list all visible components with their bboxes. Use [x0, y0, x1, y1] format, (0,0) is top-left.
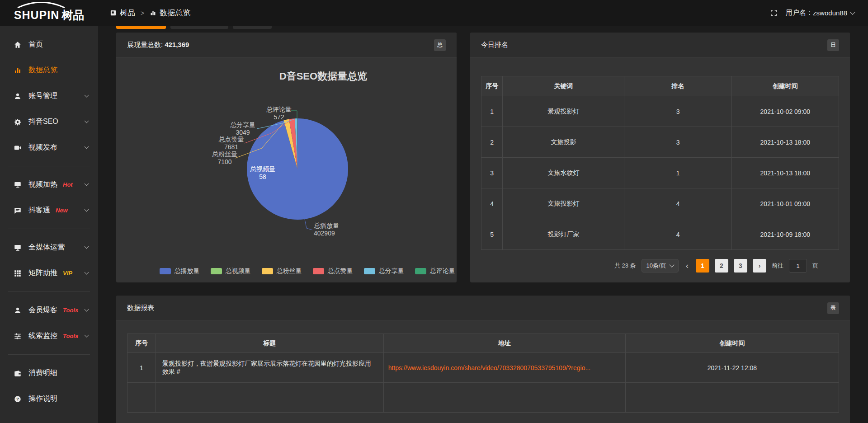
sidebar-item-account[interactable]: 账号管理: [0, 83, 98, 109]
table-cell: [156, 383, 383, 413]
pie-label-name: 总粉丝量: [204, 150, 245, 158]
username-block[interactable]: 用户名：zswodun88: [786, 9, 854, 17]
table-row: [127, 383, 839, 413]
table-row: 1景观投影灯32021-10-02 09:00: [481, 96, 839, 127]
sidebar-item-label: 账号管理: [28, 91, 57, 101]
sidebar-item-video-heat[interactable]: 视频加热Hot: [0, 172, 98, 197]
chevron-down-icon: [85, 270, 89, 275]
sidebar-item-badge: Tools: [63, 333, 78, 339]
breadcrumb-separator: >: [141, 9, 144, 17]
page-button-2[interactable]: 2: [715, 259, 728, 273]
sidebar-item-douketong[interactable]: 抖客通New: [0, 197, 98, 223]
column-header: 标题: [156, 334, 383, 353]
sidebar-item-badge: Tools: [63, 307, 78, 314]
legend-item-4[interactable]: 总分享量: [364, 267, 404, 275]
sidebar-item-media-operation[interactable]: 全媒体运营: [0, 235, 98, 260]
prev-page-button[interactable]: ‹: [684, 259, 690, 273]
breadcrumb-label: 数据总览: [160, 8, 190, 18]
sidebar-item-label: 数据总览: [28, 66, 57, 75]
legend-chip: [313, 268, 324, 274]
breadcrumb-item-data-overview[interactable]: 数据总览: [150, 8, 190, 18]
legend-label: 总视频量: [226, 267, 251, 275]
table-cell: 2021-10-01 09:00: [731, 188, 839, 219]
sidebar-item-member[interactable]: 会员爆客Tools: [0, 297, 98, 323]
legend-item-5[interactable]: 总评论量: [415, 267, 455, 275]
sidebar-item-label: 抖客通: [28, 206, 50, 215]
logo-text-cn: 树品: [61, 8, 84, 23]
sidebar-item-label: 会员爆客: [28, 306, 57, 315]
rank-table: 序号关键词排名创建时间1景观投影灯32021-10-02 09:002文旅投影3…: [481, 76, 839, 250]
chevron-down-icon: [850, 9, 855, 14]
sidebar-item-matrix-boost[interactable]: 矩阵助推VIP: [0, 260, 98, 286]
legend-item-2[interactable]: 总粉丝量: [262, 267, 302, 275]
video-link[interactable]: https://www.iesdouyin.com/share/video/70…: [388, 364, 621, 371]
user-area: 用户名：zswodun88: [770, 9, 868, 17]
pie-label-0: 总播放量402909: [314, 222, 354, 237]
page-size-value: 10条/页: [646, 262, 666, 270]
legend-chip: [262, 268, 273, 274]
sidebar-item-label: 视频加热: [28, 180, 57, 189]
sidebar-item-douyin-seo[interactable]: 抖音SEO: [0, 109, 98, 135]
douketong-icon: [14, 207, 23, 215]
page-button-3[interactable]: 3: [734, 259, 747, 273]
pie-chart-svg: [116, 58, 457, 282]
sidebar-item-data-overview[interactable]: 数据总览: [0, 57, 98, 83]
table-cell: 2021-10-02 09:00: [731, 96, 839, 127]
help-icon: ?: [14, 395, 23, 403]
column-header: 创建时间: [625, 334, 839, 353]
day-badge[interactable]: 日: [827, 39, 839, 51]
sidebar-item-expense[interactable]: 消费明细: [0, 360, 98, 386]
column-header: 序号: [127, 334, 156, 353]
sidebar-divider: [8, 291, 90, 292]
column-header: 关键词: [503, 76, 624, 96]
video-publish-icon: [14, 144, 23, 152]
next-page-button[interactable]: ›: [753, 259, 766, 273]
sidebar-item-video-publish[interactable]: 视频发布: [0, 135, 98, 160]
pie-label-4: 总分享量3049: [222, 121, 263, 136]
sidebar-item-label: 消费明细: [28, 368, 57, 378]
impressions-total: 展现量总数:421,369: [127, 41, 189, 49]
sidebar-item-help[interactable]: ?操作说明: [0, 386, 98, 412]
page-button-1[interactable]: 1: [696, 259, 709, 273]
sidebar-item-label: 视频发布: [28, 143, 57, 152]
table-cell: 景观投影灯: [503, 96, 624, 127]
data-report-panel: 数据报表 表 序号标题地址创建时间1景观投影灯，夜游景观投影灯厂家展示展示落花灯…: [116, 296, 850, 423]
table-cell: [383, 383, 625, 413]
logo: SHUPIN 树品: [0, 0, 98, 26]
table-cell: 1: [127, 353, 156, 383]
table-cell: 3: [481, 158, 503, 188]
fullscreen-icon[interactable]: [770, 9, 778, 17]
logo-arc: [13, 2, 69, 8]
breadcrumb-item-shupin[interactable]: 树品: [110, 8, 135, 18]
chart-icon: [150, 9, 156, 16]
sidebar-item-label: 抖音SEO: [28, 117, 58, 127]
table-cell: [127, 383, 156, 413]
legend-item-0[interactable]: 总播放量: [160, 267, 200, 275]
report-table: 序号标题地址创建时间1景观投影灯，夜游景观投影灯厂家展示展示落花灯在花园里的灯光…: [127, 334, 839, 413]
chevron-down-icon: [85, 145, 89, 149]
sidebar-item-label: 首页: [28, 40, 43, 49]
pie-label-value: 58: [243, 173, 283, 181]
legend-item-3[interactable]: 总点赞量: [313, 267, 353, 275]
table-cell: 2021-10-13 18:00: [731, 158, 839, 188]
overview-chart-panel: 展现量总数:421,369 总 D音SEO数据量总览 总播放量402909总视频…: [116, 33, 457, 282]
legend-label: 总点赞量: [328, 267, 353, 275]
table-cell: 文旅投影灯: [503, 188, 624, 219]
goto-page-input[interactable]: [789, 259, 807, 273]
table-badge[interactable]: 表: [827, 302, 839, 314]
total-badge[interactable]: 总: [434, 39, 446, 51]
overview-panel-header: 展现量总数:421,369 总: [116, 33, 457, 58]
pie-label-name: 总点赞量: [210, 136, 253, 143]
table-cell: 文旅投影: [503, 127, 624, 158]
table-row: 2文旅投影32021-10-13 18:00: [481, 127, 839, 158]
goto-label: 前往: [772, 262, 783, 270]
pagination-total: 共 23 条: [614, 262, 636, 270]
sidebar-item-home[interactable]: 首页: [0, 32, 98, 57]
page-size-select[interactable]: 10条/页: [642, 259, 679, 273]
legend-item-1[interactable]: 总视频量: [211, 267, 251, 275]
column-header: 排名: [624, 76, 731, 96]
top-header: SHUPIN 树品 树品 > 数据总览 用户名：zswodun88: [0, 0, 868, 26]
legend-label: 总评论量: [430, 267, 455, 275]
impressions-total-label: 展现量总数:: [127, 41, 163, 48]
sidebar-item-clue-monitor[interactable]: 线索监控Tools: [0, 323, 98, 349]
